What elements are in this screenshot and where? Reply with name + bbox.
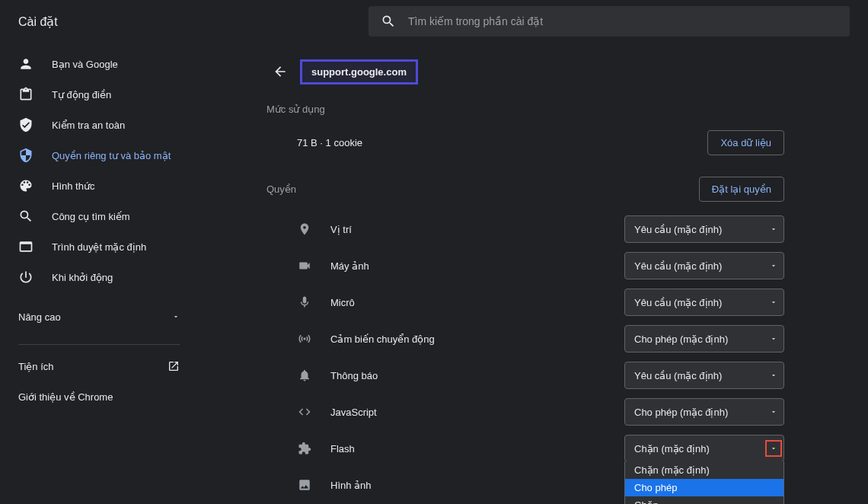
sidebar-item-privacy[interactable]: Quyền riêng tư và bảo mật <box>0 140 198 171</box>
sidebar-item-label: Bạn và Google <box>52 59 118 70</box>
divider <box>18 344 180 345</box>
search-icon <box>18 209 34 224</box>
permission-label: Máy ảnh <box>330 260 369 272</box>
permission-label: Flash <box>330 443 355 455</box>
permission-row-location: Vị trí Yêu cầu (mặc định) <box>266 211 784 247</box>
mic-icon <box>297 295 312 310</box>
caret-down-icon <box>770 298 777 306</box>
sidebar-item-label: Tự động điền <box>52 89 111 100</box>
dropdown-option[interactable]: Chặn (mặc định) <box>625 461 783 479</box>
sidebar-item-label: Quyền riêng tư và bảo mật <box>52 150 171 161</box>
search-placeholder: Tìm kiếm trong phần cài đặt <box>408 15 543 27</box>
sidebar-extensions[interactable]: Tiện ích <box>0 351 198 381</box>
sidebar-item-search-engine[interactable]: Công cụ tìm kiếm <box>0 201 198 231</box>
sidebar-item-on-startup[interactable]: Khi khởi động <box>0 262 198 292</box>
clipboard-icon <box>18 87 34 102</box>
settings-title: Cài đặt <box>18 14 338 29</box>
permission-select-flash[interactable]: Chặn (mặc định) Chặn (mặc định) Cho phép… <box>624 435 784 462</box>
usage-section-title: Mức sử dụng <box>266 104 784 115</box>
sidebar-item-label: Công cụ tìm kiếm <box>52 211 130 222</box>
image-icon <box>297 477 312 493</box>
external-link-icon <box>168 360 180 372</box>
sidebar-advanced[interactable]: Nâng cao <box>0 301 198 332</box>
sidebar-item-autofill[interactable]: Tự động điền <box>0 79 198 110</box>
camera-icon <box>297 258 312 273</box>
sidebar-item-you-and-google[interactable]: Bạn và Google <box>0 49 198 79</box>
browser-icon <box>18 239 34 254</box>
sidebar-advanced-label: Nâng cao <box>18 311 61 323</box>
permission-select-location[interactable]: Yêu cầu (mặc định) <box>624 215 784 243</box>
dropdown-option[interactable]: Chặn <box>625 496 783 504</box>
search-bar[interactable]: Tìm kiếm trong phần cài đặt <box>369 6 850 37</box>
arrow-left-icon <box>273 64 288 79</box>
back-button[interactable] <box>266 58 294 85</box>
power-icon <box>18 270 34 285</box>
permission-label: JavaScript <box>330 407 377 418</box>
sidebar-item-label: Khi khởi động <box>52 272 113 283</box>
sidebar: Bạn và Google Tự động điền Kiểm tra an t… <box>0 43 198 504</box>
sidebar-item-appearance[interactable]: Hình thức <box>0 171 198 201</box>
caret-down-icon <box>770 408 777 416</box>
bell-icon <box>297 368 312 383</box>
permission-row-camera: Máy ảnh Yêu cầu (mặc định) <box>266 247 784 284</box>
permission-row-motion: Cảm biến chuyển động Cho phép (mặc định) <box>266 321 784 357</box>
caret-down-icon <box>770 335 777 343</box>
permission-row-notifications: Thông báo Yêu cầu (mặc định) <box>266 357 784 394</box>
sidebar-item-default-browser[interactable]: Trình duyệt mặc định <box>0 231 198 262</box>
caret-down-icon <box>770 445 777 452</box>
sidebar-item-label: Kiểm tra an toàn <box>52 120 125 131</box>
sidebar-item-label: Trình duyệt mặc định <box>52 241 146 253</box>
location-icon <box>297 222 312 237</box>
dropdown-option[interactable]: Cho phép <box>625 479 783 496</box>
palette-icon <box>18 178 34 193</box>
reset-permissions-button[interactable]: Đặt lại quyền <box>699 177 784 202</box>
code-icon <box>297 404 312 419</box>
permission-label: Micrô <box>330 297 355 308</box>
permission-row-mic: Micrô Yêu cầu (mặc định) <box>266 284 784 321</box>
site-name: support.google.com <box>300 59 418 85</box>
permission-label: Cảm biến chuyển động <box>330 333 435 345</box>
shield-check-icon <box>18 117 34 132</box>
shield-icon <box>18 148 34 163</box>
caret-down-icon <box>172 313 180 321</box>
caret-down-icon <box>770 225 777 233</box>
permission-select-mic[interactable]: Yêu cầu (mặc định) <box>624 289 784 316</box>
search-icon <box>381 14 396 29</box>
permission-select-camera[interactable]: Yêu cầu (mặc định) <box>624 252 784 279</box>
permission-label: Thông báo <box>330 370 378 381</box>
sidebar-about-label: Giới thiệu về Chrome <box>18 391 113 403</box>
sidebar-item-safety-check[interactable]: Kiểm tra an toàn <box>0 110 198 140</box>
permission-select-motion[interactable]: Cho phép (mặc định) <box>624 325 784 352</box>
permission-row-javascript: JavaScript Cho phép (mặc định) <box>266 394 784 430</box>
caret-down-icon <box>770 372 777 379</box>
person-icon <box>18 56 34 72</box>
usage-text: 71 B · 1 cookie <box>266 137 362 148</box>
permission-select-notifications[interactable]: Yêu cầu (mặc định) <box>624 362 784 389</box>
caret-down-icon <box>770 262 777 270</box>
sidebar-about[interactable]: Giới thiệu về Chrome <box>0 381 198 412</box>
permission-label: Hình ảnh <box>330 480 372 491</box>
permission-select-javascript[interactable]: Cho phép (mặc định) <box>624 398 784 426</box>
sensors-icon <box>297 331 312 346</box>
sidebar-item-label: Hình thức <box>52 180 94 192</box>
permission-label: Vị trí <box>330 224 352 235</box>
clear-data-button[interactable]: Xóa dữ liệu <box>707 130 784 155</box>
permissions-section-title: Quyền <box>266 183 296 195</box>
flash-dropdown: Chặn (mặc định) Cho phép Chặn <box>624 461 784 504</box>
permission-row-flash: Flash Chặn (mặc định) Chặn (mặc định) Ch… <box>266 430 784 467</box>
sidebar-extensions-label: Tiện ích <box>18 361 54 372</box>
extension-icon <box>297 441 312 456</box>
